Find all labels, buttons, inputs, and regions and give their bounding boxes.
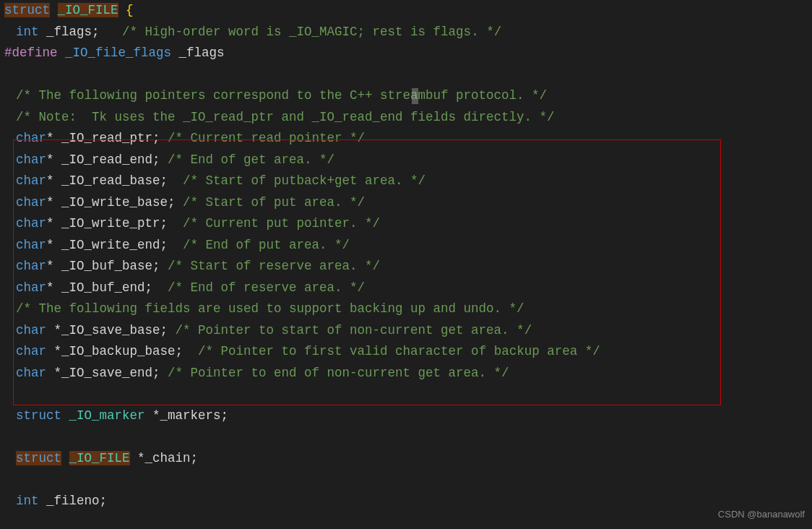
code-token: char — [16, 131, 46, 145]
code-token: *_IO_save_end; — [46, 366, 168, 380]
code-line[interactable]: /* The following fields are used to supp… — [0, 298, 812, 320]
code-token: /* Pointer to first valid character of b… — [198, 344, 600, 358]
code-token: char — [16, 323, 46, 337]
code-token: struct — [16, 451, 61, 465]
code-token: _fileno; — [39, 494, 108, 508]
code-line[interactable]: char* _IO_buf_end; /* End of reserve are… — [0, 278, 812, 299]
code-token: _flags; — [39, 25, 123, 39]
code-token: /* End of get area. */ — [168, 152, 334, 167]
code-token: *_markers; — [145, 408, 229, 423]
code-line[interactable]: char* _IO_read_base; /* Start of putback… — [0, 171, 812, 192]
code-line[interactable]: char *_IO_backup_base; /* Pointer to fir… — [0, 341, 812, 363]
code-token: /* Note: Tk uses the _IO_read_ptr and _I… — [16, 110, 555, 124]
code-token: /* Start of put area. */ — [183, 195, 365, 210]
code-line[interactable]: /* The following pointers correspond to … — [0, 85, 812, 107]
code-token: char — [16, 195, 46, 210]
code-token — [58, 46, 66, 60]
code-token: /* High-order word is _IO_MAGIC; rest is… — [122, 25, 501, 39]
code-line[interactable]: char *_IO_save_end; /* Pointer to end of… — [0, 363, 812, 384]
code-token: * _IO_write_base; — [46, 195, 183, 210]
code-token: char — [16, 152, 46, 167]
code-token: _IO_FILE — [69, 451, 130, 465]
code-token: #define — [4, 46, 58, 60]
code-token: /* Pointer to end of non-current get are… — [168, 366, 509, 380]
code-line[interactable]: char* _IO_write_ptr; /* Current put poin… — [0, 213, 812, 235]
code-token: /* The following fields are used to supp… — [16, 301, 524, 316]
code-line[interactable]: int _fileno; — [0, 491, 812, 512]
code-token: * _IO_buf_end; — [46, 280, 168, 295]
code-token: * _IO_read_base; — [46, 173, 183, 188]
code-line[interactable]: /* Note: Tk uses the _IO_read_ptr and _I… — [0, 107, 812, 129]
code-line[interactable]: struct _IO_FILE { — [0, 0, 812, 22]
code-token: /* The following pointers correspond to … — [16, 88, 547, 103]
code-line[interactable]: char* _IO_write_base; /* Start of put ar… — [0, 192, 812, 214]
code-token: /* Start of putback+get area. */ — [183, 173, 426, 188]
code-token: char — [16, 366, 46, 380]
code-token: /* Current put pointer. */ — [183, 216, 380, 231]
code-token: /* Pointer to start of non-current get a… — [176, 323, 532, 337]
code-line[interactable] — [0, 469, 812, 491]
code-token: /* End of put area. */ — [183, 238, 350, 252]
code-token — [4, 67, 12, 82]
code-line[interactable]: char* _IO_write_end; /* End of put area.… — [0, 235, 812, 257]
code-token: * _IO_write_ptr; — [46, 216, 183, 231]
code-token — [4, 429, 12, 444]
code-line[interactable]: struct _IO_FILE *_chain; — [0, 448, 812, 470]
code-line[interactable]: struct _IO_marker *_markers; — [0, 405, 812, 427]
code-token: int — [16, 494, 39, 508]
watermark: CSDN @bananawolf — [718, 504, 805, 525]
code-token: *_chain; — [130, 451, 199, 465]
code-editor[interactable]: struct _IO_FILE {int _flags; /* High-ord… — [0, 0, 812, 512]
code-token: _IO_FILE — [58, 3, 118, 17]
code-token — [4, 472, 12, 486]
code-line[interactable]: char* _IO_buf_base; /* Start of reserve … — [0, 256, 812, 278]
code-line[interactable]: char* _IO_read_ptr; /* Current read poin… — [0, 128, 812, 150]
code-line[interactable] — [0, 384, 812, 405]
code-line[interactable]: char* _IO_read_end; /* End of get area. … — [0, 150, 812, 171]
code-token: _IO_marker — [69, 408, 145, 423]
code-token — [61, 451, 69, 465]
code-token: * _IO_read_end; — [46, 152, 168, 167]
code-token: struct — [16, 408, 61, 423]
code-token: /* Current read pointer */ — [168, 131, 365, 145]
code-token: *_IO_save_base; — [46, 323, 176, 337]
code-token: * _IO_read_ptr; — [46, 131, 168, 145]
code-line[interactable]: #define _IO_file_flags _flags — [0, 43, 812, 64]
code-token: char — [16, 216, 46, 231]
code-token — [4, 387, 12, 401]
code-token: int — [16, 25, 39, 39]
code-token — [61, 408, 69, 423]
code-token: char — [16, 344, 46, 358]
code-token: _flags — [171, 46, 225, 60]
code-token — [50, 3, 58, 17]
code-token: /* End of reserve area. */ — [168, 280, 365, 295]
code-token: char — [16, 173, 46, 188]
code-line[interactable]: int _flags; /* High-order word is _IO_MA… — [0, 22, 812, 43]
code-token: * _IO_buf_base; — [46, 259, 168, 273]
code-token: { — [126, 3, 134, 17]
code-token: struct — [4, 3, 50, 17]
code-line[interactable] — [0, 64, 812, 86]
code-token: char — [16, 238, 46, 252]
code-token — [118, 3, 126, 17]
code-token: char — [16, 280, 46, 295]
code-line[interactable]: char *_IO_save_base; /* Pointer to start… — [0, 320, 812, 342]
code-line[interactable] — [0, 426, 812, 448]
code-token: *_IO_backup_base; — [46, 344, 198, 358]
code-token: /* Start of reserve area. */ — [168, 259, 380, 273]
code-token: * _IO_write_end; — [46, 238, 183, 252]
code-token: _IO_file_flags — [65, 46, 171, 60]
code-token: char — [16, 259, 46, 273]
